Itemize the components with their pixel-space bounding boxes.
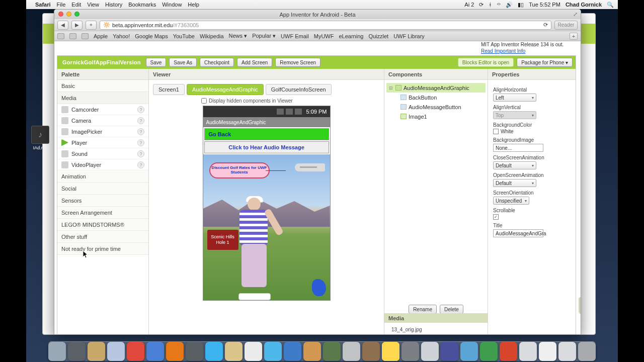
- release-link[interactable]: Read Important Info: [481, 48, 525, 54]
- dock-app-icon[interactable]: [382, 342, 399, 361]
- palette-item[interactable]: Camcorder?: [57, 104, 148, 115]
- bookmark-item[interactable]: News ▾: [229, 33, 248, 39]
- bookmark-item[interactable]: YouTube: [173, 33, 195, 39]
- palette-item[interactable]: Player?: [57, 137, 148, 148]
- close-window-button[interactable]: [58, 12, 63, 17]
- menu-bookmarks[interactable]: Bookmarks: [128, 2, 156, 8]
- bookmark-item[interactable]: Yahoo!: [113, 33, 130, 39]
- add-tab-button[interactable]: +: [570, 33, 578, 40]
- palette-cat[interactable]: Animation: [57, 170, 148, 183]
- dock-app-icon[interactable]: [68, 342, 86, 361]
- palette-cat[interactable]: Not ready for prime time: [57, 243, 148, 255]
- bookmark-item[interactable]: MyUWF: [314, 33, 334, 39]
- help-icon[interactable]: ?: [137, 128, 144, 135]
- dock-app-icon[interactable]: [441, 342, 458, 361]
- audio-message-button[interactable]: Click to Hear Audio Message: [204, 141, 329, 153]
- bookmark-item[interactable]: Popular ▾: [252, 33, 276, 39]
- rename-button[interactable]: Rename: [409, 305, 437, 314]
- palette-item[interactable]: ImagePicker?: [57, 126, 148, 137]
- goback-button[interactable]: Go Back: [204, 128, 329, 140]
- fullscreen-icon[interactable]: ⤢: [573, 11, 578, 18]
- menubar-bluetooth-icon[interactable]: ᚼ: [489, 2, 492, 8]
- desktop-file[interactable]: ♪ IAd.m4: [30, 126, 50, 150]
- dock-app-icon[interactable]: [578, 342, 596, 361]
- menubar-adobe-icon[interactable]: Ai 2: [464, 2, 474, 8]
- tab-screen1[interactable]: Screen1: [153, 84, 185, 95]
- palette-cat[interactable]: Screen Arrangement: [57, 207, 148, 219]
- collapse-icon[interactable]: ⊟: [388, 85, 393, 90]
- dock-app-icon[interactable]: [245, 342, 262, 361]
- dock-app-icon[interactable]: [146, 342, 164, 361]
- closescreenanimation-select[interactable]: Default▾: [493, 161, 536, 169]
- reload-icon[interactable]: ⟳: [543, 22, 548, 28]
- menu-view[interactable]: View: [87, 2, 99, 8]
- tree-item[interactable]: Image1: [386, 112, 486, 121]
- add-screen-button[interactable]: Add Screen: [237, 58, 272, 67]
- tree-item[interactable]: AudioMessageButton: [386, 102, 486, 112]
- dock-app-icon[interactable]: [480, 342, 498, 361]
- menu-edit[interactable]: Edit: [71, 2, 81, 8]
- help-icon[interactable]: ?: [137, 150, 144, 157]
- dock-app-icon[interactable]: [48, 342, 66, 361]
- window-titlebar[interactable]: App Inventor for Android - Beta ⤢: [54, 10, 581, 19]
- dock-app-icon[interactable]: [303, 342, 321, 361]
- dock-app-icon[interactable]: [539, 342, 556, 361]
- menu-history[interactable]: History: [105, 2, 122, 8]
- dock-app-icon[interactable]: [323, 342, 341, 361]
- backgroundcolor-select[interactable]: White: [493, 129, 571, 134]
- screenorientation-select[interactable]: Unspecified▾: [493, 197, 529, 205]
- tree-item[interactable]: BackButton: [386, 93, 486, 102]
- remove-screen-button[interactable]: Remove Screen: [275, 58, 320, 67]
- display-hidden-checkbox[interactable]: Display hidden components in Viewer: [201, 98, 384, 104]
- palette-item[interactable]: Sound?: [57, 148, 148, 159]
- minimize-window-button[interactable]: [66, 12, 71, 17]
- dock-app-icon[interactable]: [558, 342, 576, 361]
- bookmark-item[interactable]: UWF Email: [281, 33, 309, 39]
- dock-app-icon[interactable]: [519, 342, 537, 361]
- spotlight-icon[interactable]: 🔍: [607, 2, 614, 8]
- menubar-volume-icon[interactable]: 🔊: [506, 2, 513, 8]
- dock-app-icon[interactable]: [401, 342, 419, 361]
- url-field[interactable]: 🔆 beta.appinventor.mit.edu/#7363005 ⟳: [100, 21, 551, 30]
- title-input[interactable]: AudioMessageAndGra: [493, 229, 543, 237]
- dock-app-icon[interactable]: [127, 342, 144, 361]
- save-button[interactable]: Save: [146, 58, 167, 67]
- readinglist-icon[interactable]: [82, 33, 89, 39]
- menu-help[interactable]: Help: [188, 2, 199, 8]
- dock-app-icon[interactable]: [166, 342, 184, 361]
- palette-cat[interactable]: LEGO® MINDSTORMS®: [57, 219, 148, 231]
- dock-app-icon[interactable]: [186, 342, 203, 361]
- media-item[interactable]: 13_4_orig.jpg: [391, 326, 480, 334]
- help-icon[interactable]: ?: [137, 106, 144, 113]
- media-item[interactable]: GolfAd.m4a: [391, 334, 480, 335]
- reader-button[interactable]: Reader: [554, 21, 578, 30]
- help-icon[interactable]: ?: [137, 139, 144, 146]
- trash-icon[interactable]: [579, 297, 581, 314]
- openscreenanimation-select[interactable]: Default▾: [493, 179, 536, 187]
- palette-cat-media[interactable]: Media: [57, 92, 148, 104]
- delete-button[interactable]: Delete: [440, 305, 463, 314]
- menu-window[interactable]: Window: [162, 2, 182, 8]
- dock-app-icon[interactable]: [500, 342, 517, 361]
- dock-app-icon[interactable]: [343, 342, 360, 361]
- dock-app-icon[interactable]: [264, 342, 282, 361]
- checkpoint-button[interactable]: Checkpoint: [200, 58, 234, 67]
- golf-image[interactable]: Discount Golf Rates for UWF Students Sce…: [203, 154, 330, 300]
- dock-app-icon[interactable]: [284, 342, 301, 361]
- dock-app-icon[interactable]: [362, 342, 380, 361]
- menubar-sync-icon[interactable]: ⟳: [479, 2, 484, 8]
- dock-app-icon[interactable]: [205, 342, 223, 361]
- menubar-clock[interactable]: Tue 5:52 PM: [529, 2, 560, 8]
- dock-app-icon[interactable]: [460, 342, 478, 361]
- help-icon[interactable]: ?: [137, 117, 144, 124]
- dock-app-icon[interactable]: [107, 342, 125, 361]
- palette-cat-basic[interactable]: Basic: [57, 80, 148, 92]
- dock-app-icon[interactable]: [225, 342, 243, 361]
- tab-audiomessage[interactable]: AudioMessageAndGraphic: [187, 84, 264, 95]
- backgroundimage-input[interactable]: None...: [493, 144, 543, 152]
- tab-golfcourseinfo[interactable]: GolfCourseInfoScreen: [266, 84, 332, 95]
- save-as-button[interactable]: Save As: [169, 58, 197, 67]
- add-bookmark-button[interactable]: +: [86, 21, 97, 30]
- bookmark-item[interactable]: Google Maps: [135, 33, 168, 39]
- scrollable-checkbox[interactable]: ✓: [493, 214, 571, 220]
